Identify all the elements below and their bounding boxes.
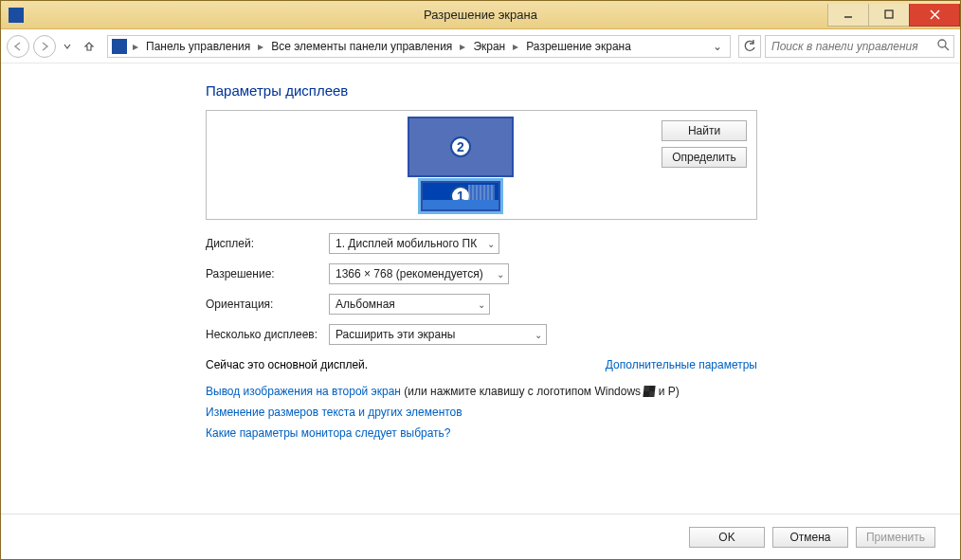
monitor-number: 2 xyxy=(450,136,471,157)
ok-button[interactable]: OK xyxy=(689,527,765,548)
multi-display-label: Несколько дисплеев: xyxy=(206,328,329,341)
multi-display-value: Расширить эти экраны xyxy=(335,328,455,341)
detect-button[interactable]: Найти xyxy=(662,120,747,141)
svg-point-4 xyxy=(938,40,946,47)
chevron-down-icon: ⌄ xyxy=(487,239,495,249)
search-icon xyxy=(936,38,950,54)
apply-button[interactable]: Применить xyxy=(856,527,935,548)
titlebar: Разрешение экрана xyxy=(1,1,960,29)
window-controls xyxy=(828,4,960,27)
breadcrumb-item[interactable]: Экран xyxy=(469,38,509,55)
hint-text: и P) xyxy=(655,385,679,398)
dialog-footer: OK Отмена Применить xyxy=(1,514,960,559)
orientation-select[interactable]: Альбомная ⌄ xyxy=(329,294,490,315)
display-label: Дисплей: xyxy=(206,237,329,250)
cancel-button[interactable]: Отмена xyxy=(772,527,848,548)
breadcrumb-item[interactable]: Разрешение экрана xyxy=(522,38,635,55)
chevron-down-icon: ⌄ xyxy=(478,299,485,310)
breadcrumb[interactable]: ▸ Панель управления ▸ Все элементы панел… xyxy=(107,35,731,58)
chevron-down-icon[interactable]: ⌄ xyxy=(709,40,726,53)
minimize-button[interactable] xyxy=(827,4,869,27)
display-icon xyxy=(9,8,24,23)
breadcrumb-item[interactable]: Панель управления xyxy=(142,38,254,55)
monitor-2[interactable]: 2 xyxy=(408,117,514,177)
search-input[interactable] xyxy=(770,39,936,54)
page-title: Параметры дисплеев xyxy=(206,82,757,99)
search-box[interactable] xyxy=(765,35,954,58)
maximize-button[interactable] xyxy=(868,4,910,27)
chevron-right-icon: ▸ xyxy=(511,40,520,53)
display-value: 1. Дисплей мобильного ПК xyxy=(335,237,477,250)
advanced-settings-link[interactable]: Дополнительные параметры xyxy=(606,358,757,371)
chevron-down-icon: ⌄ xyxy=(535,330,542,340)
refresh-button[interactable] xyxy=(738,35,761,58)
close-button[interactable] xyxy=(909,4,960,27)
resolution-select[interactable]: 1366 × 768 (рекомендуется) ⌄ xyxy=(329,263,509,284)
windows-logo-icon xyxy=(644,386,656,397)
resolution-label: Разрешение: xyxy=(206,267,329,280)
svg-line-5 xyxy=(945,46,949,50)
hint-text: (или нажмите клавишу с логотипом Windows xyxy=(401,385,644,398)
window: Разрешение экрана ▸ Па xyxy=(0,0,961,560)
text-size-link[interactable]: Изменение размеров текста и других элеме… xyxy=(206,406,757,419)
project-link-row: Вывод изображения на второй экран (или н… xyxy=(206,385,757,398)
nav-back-button[interactable] xyxy=(7,35,29,58)
orientation-value: Альбомная xyxy=(335,298,395,311)
svg-rect-1 xyxy=(885,10,893,18)
orientation-label: Ориентация: xyxy=(206,298,329,311)
display-arrangement[interactable]: 2 1 Найти Определить xyxy=(206,110,757,220)
multi-display-select[interactable]: Расширить эти экраны ⌄ xyxy=(329,324,547,345)
identify-button[interactable]: Определить xyxy=(662,147,747,168)
monitor-1[interactable]: 1 xyxy=(421,181,500,211)
resolution-value: 1366 × 768 (рекомендуется) xyxy=(335,267,483,280)
nav-forward-button[interactable] xyxy=(33,35,56,58)
taskbar-icon xyxy=(423,200,499,209)
chevron-right-icon: ▸ xyxy=(131,40,140,53)
window-title: Разрешение экрана xyxy=(1,8,960,22)
display-select[interactable]: 1. Дисплей мобильного ПК ⌄ xyxy=(329,233,499,254)
chevron-down-icon: ⌄ xyxy=(497,269,504,280)
monitor-icon xyxy=(112,39,127,54)
nav-history-button[interactable] xyxy=(60,35,75,58)
project-second-screen-link[interactable]: Вывод изображения на второй экран xyxy=(206,385,401,398)
chevron-right-icon: ▸ xyxy=(256,40,265,53)
primary-display-status: Сейчас это основной дисплей. xyxy=(206,358,368,371)
monitor-help-link[interactable]: Какие параметры монитора следует выбрать… xyxy=(206,426,757,440)
nav-up-button[interactable] xyxy=(79,36,100,57)
chevron-right-icon: ▸ xyxy=(458,40,467,53)
content-area: Параметры дисплеев 2 1 Найти Определить … xyxy=(1,63,960,514)
navbar: ▸ Панель управления ▸ Все элементы панел… xyxy=(1,29,960,63)
breadcrumb-item[interactable]: Все элементы панели управления xyxy=(267,38,456,55)
